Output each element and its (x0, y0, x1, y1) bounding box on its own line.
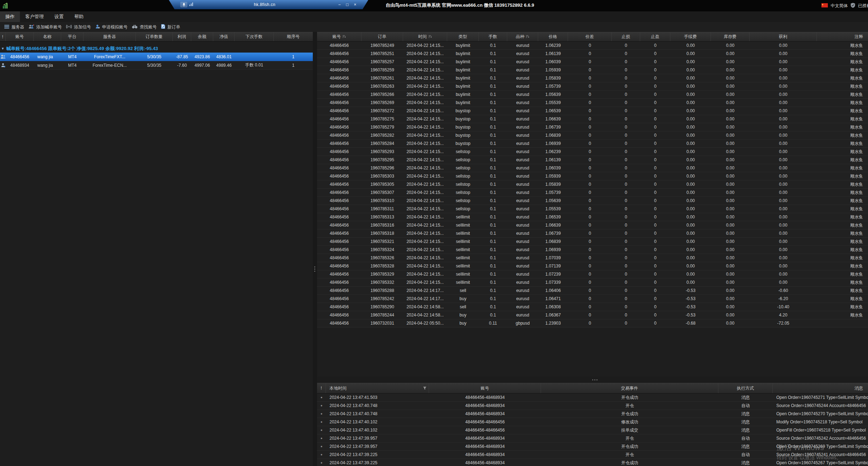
order-row[interactable]: 4846645619607852842024-04-22 14:15...buy… (317, 140, 868, 148)
order-row[interactable]: 4846645619607852952024-04-22 14:15...sel… (317, 156, 868, 164)
menu-item-操作[interactable]: 操作 (0, 11, 20, 22)
menu-item-客户管理[interactable]: 客户管理 (20, 11, 49, 22)
orders-header-price[interactable]: 价格 (538, 32, 568, 41)
order-row[interactable]: 4846645619607853112024-04-22 14:15...sel… (317, 205, 868, 213)
order-row[interactable]: 4846645619607852422024-04-22 14:17...buy… (317, 295, 868, 303)
order-row[interactable]: 4846645619607852612024-04-22 14:15...buy… (317, 74, 868, 82)
horizontal-splitter[interactable] (317, 376, 868, 383)
order-row[interactable]: 4846645619607853102024-04-22 14:15...sel… (317, 197, 868, 205)
orders-header-spread[interactable]: 价差 (568, 32, 612, 41)
accounts-header-![interactable]: ! (0, 32, 6, 41)
orders-header-commission[interactable]: 手续费 (670, 32, 711, 41)
toolbar-button-添加信号[interactable]: 添加信号 (66, 24, 91, 30)
order-row[interactable]: 4846645619607852492024-04-22 14:15...buy… (317, 42, 868, 50)
vertical-splitter[interactable] (313, 32, 317, 466)
accounts-header-净值[interactable]: 净值 (213, 32, 235, 41)
orders-header-take-profit[interactable]: 止盈 (640, 32, 670, 41)
order-row[interactable]: 4846645619607852692024-04-22 14:15...buy… (317, 99, 868, 107)
toolbar-button-查找账号[interactable]: 查找账号 (132, 24, 157, 30)
order-cell-time: 2024-04-22 14:15... (403, 149, 447, 154)
orders-header-swap[interactable]: 库存费 (711, 32, 750, 41)
toolbar-button-服务器[interactable]: 服务器 (4, 24, 24, 30)
toolbar-button-申请模拟账号[interactable]: 申请模拟账号 (95, 24, 128, 30)
rdp-minimize-button[interactable]: − (336, 2, 343, 7)
rdp-close-button[interactable]: × (351, 2, 359, 7)
log-row[interactable]: ●2024-04-22 13:47:40.74848466456-4846893… (317, 402, 868, 410)
log-header-exec-mode[interactable]: 执行方式 (718, 383, 773, 393)
orders-header-profit[interactable]: 获利 (750, 32, 817, 41)
accounts-header-订单数量[interactable]: 订单数量 (136, 32, 173, 41)
accounts-header-余额[interactable]: 余额 (191, 32, 213, 41)
order-row[interactable]: 4846645619607853212024-04-22 14:15...sel… (317, 238, 868, 246)
order-row[interactable]: 4846645619607852882024-04-22 14:17...sel… (317, 287, 868, 295)
order-row[interactable]: 4846645619607852632024-04-22 14:15...buy… (317, 82, 868, 91)
order-row[interactable]: 4846645619607853132024-04-22 14:15...sel… (317, 213, 868, 221)
accounts-header-下次手数[interactable]: 下次手数 (235, 32, 274, 41)
order-row[interactable]: 4846645619607852662024-04-22 14:15...buy… (317, 91, 868, 99)
pin-icon[interactable] (180, 2, 187, 7)
order-row[interactable]: 4846645619607853292024-04-22 14:15...sel… (317, 270, 868, 278)
orders-header-comment[interactable]: 注释 (817, 32, 868, 41)
order-row[interactable]: 4846645619607852572024-04-22 14:15...buy… (317, 58, 868, 66)
log-row[interactable]: ●2024-04-22 13:47:40.10248466456-4846645… (317, 426, 868, 434)
collapse-arrow-icon[interactable]: ▾ (2, 46, 4, 51)
toolbar-button-新订单[interactable]: 新订单 (161, 24, 180, 30)
log-header-flag[interactable]: ! (317, 383, 326, 393)
accounts-header-服务器[interactable]: 服务器 (84, 32, 136, 41)
order-row[interactable]: 4846645619607852442024-04-22 14:58...buy… (317, 311, 868, 319)
menu-item-帮助[interactable]: 帮助 (69, 11, 89, 22)
log-row[interactable]: ●2024-04-22 13:47:39.95748466456-4846893… (317, 443, 868, 451)
log-header-trade-event[interactable]: 交易事件 (541, 383, 718, 393)
order-row[interactable]: 4846645619607852792024-04-22 14:15...buy… (317, 123, 868, 131)
log-row[interactable]: ●2024-04-22 13:47:40.10248466456-4846645… (317, 418, 868, 426)
orders-header-symbol[interactable]: 品种 (507, 32, 538, 41)
order-row[interactable]: 4846645619607852722024-04-22 14:15...buy… (317, 107, 868, 115)
orders-header-lots[interactable]: 手数 (479, 32, 507, 41)
order-row[interactable]: 4846645619607320312024-04-22 05:50...buy… (317, 319, 868, 327)
log-row[interactable]: ●2024-04-22 13:47:39.95748466456-4846893… (317, 434, 868, 443)
log-header-message[interactable]: 消息 (773, 383, 868, 393)
toolbar-button-label: 申请模拟账号 (102, 24, 128, 30)
accounts-header-名称[interactable]: 名称 (34, 32, 61, 41)
rdp-connection-bar[interactable]: hk.8fish.cn − □ × (169, 0, 368, 9)
orders-header-stop-loss[interactable]: 止损 (612, 32, 640, 41)
orders-header-order[interactable]: 订单 (361, 32, 403, 41)
order-row[interactable]: 4846645619607853322024-04-22 14:15...sel… (317, 278, 868, 287)
log-row[interactable]: ●2024-04-22 13:47:39.22548466456-4846893… (317, 459, 868, 466)
orders-header-account[interactable]: 账号 (317, 32, 361, 41)
order-row[interactable]: 4846645619607852902024-04-22 14:58...sel… (317, 303, 868, 311)
menu-item-设置[interactable]: 设置 (49, 11, 69, 22)
order-row[interactable]: 4846645619607853032024-04-22 14:15...sel… (317, 172, 868, 180)
rdp-restore-button[interactable]: □ (343, 2, 351, 7)
orders-header-time[interactable]: 时间 (403, 32, 447, 41)
accounts-header-账号[interactable]: 账号 (6, 32, 34, 41)
orders-header-type[interactable]: 类型 (447, 32, 479, 41)
log-header-account[interactable]: 账号 (429, 383, 541, 393)
account-row[interactable]: 48466456wang jiaMT4ForexTimeFXT...5/30/3… (0, 53, 313, 61)
language-switcher[interactable]: 中文简体 (831, 3, 848, 9)
order-row[interactable]: 4846645619607852752024-04-22 14:15...buy… (317, 115, 868, 123)
account-group-row[interactable]: ▾ 喊单账号:48466456 跟单账号:2个 净值:9825.49 余额:99… (0, 44, 313, 53)
order-row[interactable]: 4846645619607853072024-04-22 14:15...sel… (317, 189, 868, 197)
order-row[interactable]: 4846645619607853242024-04-22 14:15...sel… (317, 246, 868, 254)
order-row[interactable]: 4846645619607852592024-04-22 14:15...buy… (317, 66, 868, 74)
order-cell-stop-loss: 0 (612, 223, 640, 228)
order-row[interactable]: 4846645619607852962024-04-22 14:15...sel… (317, 164, 868, 172)
order-row[interactable]: 4846645619607852512024-04-22 14:15...buy… (317, 50, 868, 58)
order-row[interactable]: 4846645619607853182024-04-22 14:15...sel… (317, 229, 868, 238)
order-row[interactable]: 4846645619607853052024-04-22 14:15...sel… (317, 180, 868, 189)
order-row[interactable]: 4846645619607852932024-04-22 14:15...sel… (317, 148, 868, 156)
log-row[interactable]: ●2024-04-22 13:47:41.50348466456-4846893… (317, 394, 868, 402)
order-row[interactable]: 4846645619607853282024-04-22 14:15...sel… (317, 262, 868, 270)
order-row[interactable]: 4846645619607853162024-04-22 14:15...sel… (317, 221, 868, 229)
log-row[interactable]: ●2024-04-22 13:47:40.74848466456-4846893… (317, 410, 868, 418)
log-row[interactable]: ●2024-04-22 13:47:39.22548466456-4846893… (317, 451, 868, 459)
accounts-header-平台[interactable]: 平台 (61, 32, 84, 41)
log-header-local-time[interactable]: 本地时间 (326, 383, 429, 393)
account-row[interactable]: 48468934wang jiaMT4ForexTime-ECN...5/30/… (0, 61, 313, 70)
order-row[interactable]: 4846645619607852822024-04-22 14:15...buy… (317, 131, 868, 140)
accounts-header-顺序号[interactable]: 顺序号 (274, 32, 313, 41)
toolbar-button-添加喊单账号[interactable]: 添加喊单账号 (28, 24, 62, 30)
order-row[interactable]: 4846645619607853262024-04-22 14:15...sel… (317, 254, 868, 262)
accounts-header-利润[interactable]: 利润 (173, 32, 191, 41)
